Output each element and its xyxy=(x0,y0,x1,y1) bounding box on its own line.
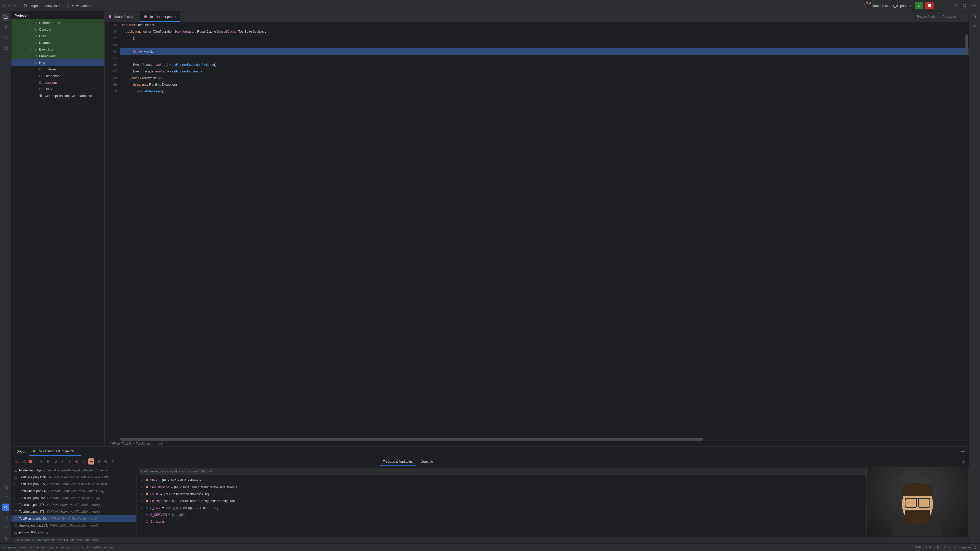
more-button[interactable]: ⋮ xyxy=(935,2,943,9)
notifications-button[interactable] xyxy=(971,14,978,21)
stack-frame[interactable]: TestSuite.php:375, PHPUnit\Framework\Tes… xyxy=(11,501,136,508)
step-into-button[interactable] xyxy=(59,458,65,465)
layout-button[interactable] xyxy=(960,458,966,465)
tree-item-database[interactable]: ›Database xyxy=(11,39,104,46)
more-tools-button[interactable]: ⋯ xyxy=(2,54,9,62)
stack-frame[interactable]: TestRunner.php:86, PHPUnit\Framework\Tes… xyxy=(11,487,136,494)
debug-more-button[interactable]: ⋮ xyxy=(952,448,959,455)
minimize-panel-button[interactable]: — xyxy=(959,448,966,455)
debug-tool-button[interactable] xyxy=(2,503,9,511)
breadcrumb-item[interactable]: run() xyxy=(157,442,163,445)
problems-tool-button[interactable] xyxy=(2,524,9,531)
navigation-path[interactable]: tempest-framework › vendor › phpunit › p… xyxy=(6,546,113,549)
step-out-button[interactable] xyxy=(67,458,73,465)
stack-frame[interactable]: phpunit:104, {main}() xyxy=(11,529,136,536)
indent-info[interactable]: 4 spaces xyxy=(959,546,971,549)
tree-item-fixtures[interactable]: ›Fixtures xyxy=(11,66,104,73)
project-tool-button[interactable] xyxy=(2,14,9,21)
gutter[interactable]: 2530626364656667686970 xyxy=(105,22,120,438)
variables-list[interactable]: ›$this = {PHPUnit\TextUI\TestRunner}›$re… xyxy=(137,476,969,537)
variable-row[interactable]: ›$resultCache = {PHPUnit\Runner\ResultCa… xyxy=(137,484,969,491)
mute-breakpoints-button[interactable] xyxy=(81,458,87,465)
view-breakpoints-button[interactable] xyxy=(74,458,80,465)
step-over-button[interactable] xyxy=(52,458,59,465)
pause-button[interactable] xyxy=(45,458,51,465)
rerun-debug-button[interactable]: ● xyxy=(14,458,20,465)
show-execution-point-button[interactable] xyxy=(88,458,94,465)
tree-item-cleanupsessionscommandtest[interactable]: CleanupSessionsCommandTest xyxy=(11,92,104,99)
settings-button[interactable] xyxy=(970,2,977,9)
stack-frame[interactable]: TestCase.php:515, PHPUnit\Framework\Test… xyxy=(11,481,136,487)
tree-item-http[interactable]: ⌄Http xyxy=(11,59,104,66)
commit-tool-button[interactable] xyxy=(2,24,9,31)
tree-item-console[interactable]: ›Console xyxy=(11,26,104,33)
resume-button[interactable] xyxy=(38,458,44,465)
modify-run-button[interactable] xyxy=(21,458,27,465)
tree-item-framework[interactable]: ›Framework xyxy=(11,52,104,59)
project-panel-header[interactable]: Project ▾ xyxy=(11,11,104,19)
editor-more-button[interactable]: ⋮ xyxy=(961,11,969,19)
minimize-window[interactable] xyxy=(8,4,11,7)
database-tool-button[interactable] xyxy=(2,473,9,480)
rerun-button[interactable] xyxy=(915,2,923,9)
maximize-window[interactable] xyxy=(13,4,16,7)
terminal-tool-button[interactable] xyxy=(2,514,9,521)
tree-item-static[interactable]: ›Static xyxy=(11,86,104,92)
tree-item-core[interactable]: ›Core xyxy=(11,33,104,39)
editor-body[interactable]: 2530626364656667686970 final class TestR… xyxy=(105,22,969,438)
stack-frame[interactable]: TestCase.php:1234, PHPUnit\Framework\Tes… xyxy=(11,474,136,481)
cursor-position[interactable]: 64:1 xyxy=(929,546,935,549)
tree-item-responses[interactable]: ›Responses xyxy=(11,73,104,79)
variable-row[interactable]: ›$this = {PHPUnit\TextUI\TestRunner} xyxy=(137,477,969,484)
breadcrumb-item[interactable]: \PHPUnit\TextUI xyxy=(109,442,131,445)
reader-mode-label[interactable]: Reader Mode xyxy=(917,15,935,18)
project-selector[interactable]: tempest-framework ▾ xyxy=(21,3,62,9)
close-window[interactable] xyxy=(3,4,6,7)
lock-icon[interactable] xyxy=(974,546,977,549)
code-area[interactable]: final class TestRunner public function r… xyxy=(120,22,969,438)
pull-requests-button[interactable] xyxy=(2,34,9,41)
debug-tab[interactable]: Debug xyxy=(14,448,29,455)
variable-row[interactable]: ›Constants xyxy=(137,518,969,525)
debug-status-icon[interactable] xyxy=(861,2,868,9)
evaluate-expression-button[interactable] xyxy=(95,458,101,465)
vcs-tool-button[interactable] xyxy=(2,534,9,541)
inspections-icon[interactable] xyxy=(953,546,957,549)
services-tool-button[interactable] xyxy=(2,483,9,490)
variable-row[interactable]: ›$configuration = {PHPUnit\TextUI\Config… xyxy=(137,497,969,504)
editor-breadcrumb[interactable]: \PHPUnit\TextUI › TestRunner › run() xyxy=(105,441,969,446)
frames-panel[interactable]: RouterTest.php:30, Tests\Tempest\Integra… xyxy=(11,467,137,537)
run-config-selector[interactable]: RouterTest.test_dispatch ▾ xyxy=(870,3,913,9)
stack-frame[interactable]: TestSuite.php:375, PHPUnit\Framework\Tes… xyxy=(11,508,136,515)
vertical-scrollbar[interactable] xyxy=(966,29,968,430)
evaluate-input[interactable]: Evaluate expression (⏎) or add a watch (… xyxy=(138,468,966,475)
project-tree[interactable]: ›CommandBus›Console›Core›Database›EventB… xyxy=(11,19,104,446)
variable-row[interactable]: ›$_SERVER = {array[53]} xyxy=(137,511,969,518)
search-button[interactable] xyxy=(961,2,968,9)
tip-close-button[interactable]: × xyxy=(103,538,104,542)
structure-tool-button[interactable] xyxy=(2,44,9,51)
stop-button[interactable] xyxy=(925,2,934,9)
stack-frame[interactable]: Application.php:209, PHPUnit\TextUI\Appl… xyxy=(11,522,136,529)
breadcrumb-item[interactable]: TestRunner xyxy=(136,442,151,445)
variable-row[interactable]: ›$suite = {PHPUnit\Framework\TestSuite} xyxy=(137,491,969,497)
console-tab[interactable]: Console xyxy=(418,458,436,465)
tree-item-eventbus[interactable]: ›EventBus xyxy=(11,46,104,52)
trace-button[interactable] xyxy=(102,458,108,465)
stack-frame[interactable]: RouterTest.php:30, Tests\Tempest\Integra… xyxy=(11,467,136,474)
debug-config-tab[interactable]: RouterTest.test_dispatch × xyxy=(29,447,81,456)
close-icon[interactable]: × xyxy=(76,449,78,453)
tree-item-sessions[interactable]: ›sessions xyxy=(11,79,104,86)
line-ending[interactable]: LF xyxy=(937,546,941,549)
encoding[interactable]: UTF-8 xyxy=(943,546,951,549)
database-right-button[interactable] xyxy=(971,24,978,31)
code-with-me-button[interactable] xyxy=(952,2,959,9)
php-version[interactable]: PHP: 8.3 xyxy=(915,546,927,549)
editor-tab-RouterTest.php[interactable]: RouterTest.php xyxy=(105,11,140,22)
debug-toolbar-more[interactable]: ⋮ xyxy=(110,458,116,465)
run-tool-button[interactable] xyxy=(2,493,9,500)
close-icon[interactable]: × xyxy=(175,15,177,19)
stack-frame[interactable]: TestCase.php:362, PHPUnit\Framework\Test… xyxy=(11,494,136,501)
threads-vars-tab[interactable]: Threads & Variables xyxy=(380,458,416,465)
stop-debug-button[interactable] xyxy=(28,458,34,465)
